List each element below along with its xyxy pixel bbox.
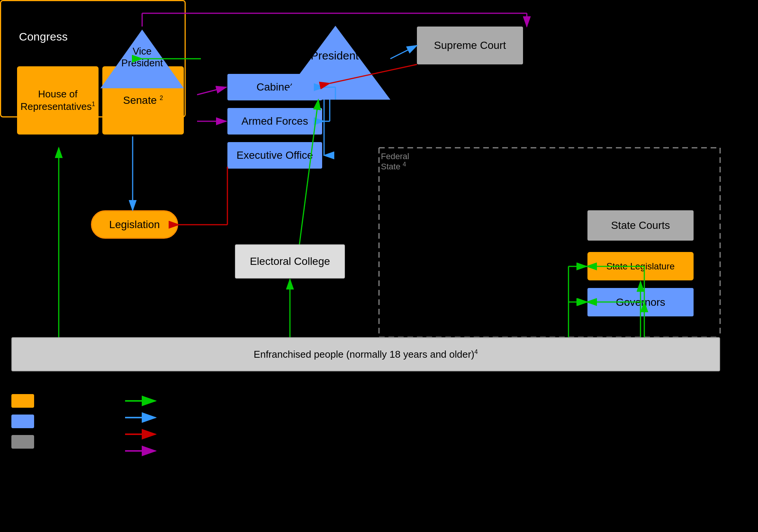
svg-line-18: [390, 45, 417, 59]
armed-box: Armed Forces: [227, 108, 322, 135]
house-sup: 1: [92, 101, 95, 107]
electoral-label: Electoral College: [250, 255, 330, 268]
enfranchised-label: Enfranchised people (normally 18 years a…: [254, 349, 478, 360]
president-triangle: [280, 26, 390, 100]
legislation-box: Legislation: [91, 210, 178, 239]
legend-gray-box: [11, 435, 34, 449]
governors-box: Governors: [587, 288, 694, 316]
armed-label: Armed Forces: [241, 115, 308, 127]
vp-label: VicePresident: [112, 45, 172, 69]
enfranchised-box: Enfranchised people (normally 18 years a…: [11, 337, 720, 371]
legend-blue-box: [11, 415, 34, 428]
senate-label: Senate 2: [123, 94, 163, 106]
house-box: House ofRepresentatives1: [17, 66, 99, 135]
house-label: House ofRepresentatives1: [20, 88, 95, 112]
supreme-label: Supreme Court: [434, 39, 506, 52]
state-legislature-box: State Legislature: [587, 252, 694, 280]
legend-arrows: [121, 394, 197, 471]
congress-label: Congress: [19, 30, 67, 43]
legend-gray-item: [11, 435, 34, 449]
president-label: President3: [299, 49, 373, 62]
legislation-label: Legislation: [109, 219, 160, 231]
executive-label: Executive Office: [236, 149, 313, 161]
legend-blue-item: [11, 415, 34, 428]
legend-orange-box: [11, 394, 34, 408]
diagram-container: Congress House ofRepresentatives1 Senate…: [0, 0, 758, 532]
state-courts-label: State Courts: [611, 219, 670, 232]
governors-label: Governors: [616, 296, 666, 308]
legend: [11, 394, 34, 455]
state-leg-label: State Legislature: [606, 261, 675, 272]
president-sup: 3: [359, 50, 362, 56]
federal-label: Federal: [381, 152, 409, 161]
state-label: State 4: [381, 161, 406, 172]
svg-line-20: [197, 87, 226, 95]
electoral-college-box: Electoral College: [235, 244, 345, 279]
senate-sup: 2: [160, 95, 163, 101]
supreme-court-box: Supreme Court: [417, 27, 523, 64]
executive-box: Executive Office: [227, 142, 322, 169]
state-courts-box: State Courts: [587, 210, 694, 241]
legend-orange-item: [11, 394, 34, 408]
